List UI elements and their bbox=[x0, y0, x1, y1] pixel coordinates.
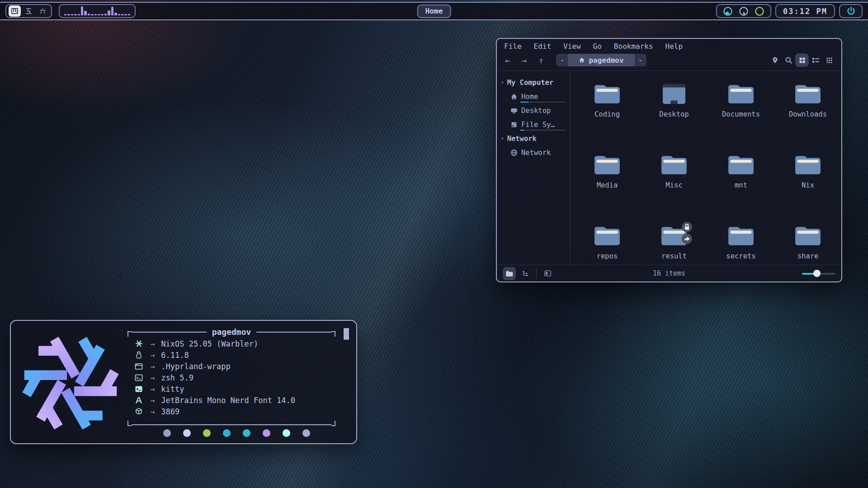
workspace-五[interactable] bbox=[23, 5, 35, 17]
visualizer-bar bbox=[67, 14, 70, 15]
file-item-media[interactable]: Media bbox=[574, 147, 641, 218]
window-icon bbox=[134, 362, 144, 371]
sidebar-item-label: Desktop bbox=[521, 107, 551, 115]
menu-edit[interactable]: Edit bbox=[534, 42, 552, 51]
visualizer-bar bbox=[74, 14, 76, 15]
drive-icon bbox=[510, 121, 518, 128]
terminal-color-dots bbox=[127, 429, 345, 437]
workspace-四-active[interactable] bbox=[9, 5, 21, 17]
fetch-row: →3869 bbox=[134, 406, 345, 417]
power-button[interactable] bbox=[839, 4, 863, 18]
top-bar: Home 03:12 PM bbox=[0, 2, 868, 20]
visualizer-bar bbox=[94, 14, 97, 15]
shell-icon bbox=[134, 374, 144, 382]
package-icon bbox=[134, 408, 144, 416]
folder-icon bbox=[660, 154, 688, 176]
workspace-六[interactable] bbox=[37, 5, 49, 17]
terminal-icon bbox=[134, 385, 144, 393]
folder-icon bbox=[727, 225, 755, 247]
visualizer-bar bbox=[118, 14, 120, 15]
folder-icon bbox=[727, 154, 755, 176]
file-item-label: mnt bbox=[735, 181, 747, 189]
file-item-downloads[interactable]: Downloads bbox=[774, 76, 841, 147]
path-scroll-right-icon[interactable]: ▸ bbox=[635, 57, 646, 63]
search-button[interactable] bbox=[782, 53, 795, 67]
arrow-icon: → bbox=[150, 407, 155, 416]
visualizer-bar bbox=[124, 14, 127, 15]
file-item-label: Misc bbox=[665, 181, 682, 189]
fetch-row: →.Hyprland-wrapp bbox=[134, 361, 345, 372]
visualizer-bar bbox=[111, 7, 113, 15]
up-button[interactable]: ↑ bbox=[536, 56, 547, 65]
folder-icon bbox=[794, 154, 822, 176]
visualizer-bar bbox=[98, 14, 100, 15]
sidebar-item-network[interactable]: Network bbox=[497, 145, 570, 160]
menu-file[interactable]: File bbox=[504, 42, 522, 51]
menu-view[interactable]: View bbox=[563, 42, 581, 51]
palette-dot bbox=[183, 429, 191, 437]
menu-bar: FileEditViewGoBookmarksHelp bbox=[497, 39, 841, 52]
compact-view-button[interactable] bbox=[822, 53, 836, 67]
visualizer-bar bbox=[114, 13, 117, 15]
file-item-coding[interactable]: Coding bbox=[574, 76, 641, 147]
audio-visualizer bbox=[59, 4, 136, 18]
path-segment-home[interactable]: pagedmov bbox=[568, 54, 635, 66]
zoom-slider[interactable] bbox=[802, 270, 835, 277]
sidebar-item-label: Network bbox=[521, 149, 551, 157]
sidebar: ▾My ComputerHomeDesktopFile Sy…▾NetworkN… bbox=[497, 71, 570, 265]
back-button[interactable]: ← bbox=[502, 56, 513, 65]
sidebar-item-desktop[interactable]: Desktop bbox=[497, 103, 570, 117]
palette-dot bbox=[263, 429, 270, 437]
sidebar-item-filesy[interactable]: File Sy… bbox=[497, 117, 570, 131]
file-item-label: Documents bbox=[722, 110, 760, 118]
terminal-cursor bbox=[344, 328, 349, 340]
active-window-title: Home bbox=[417, 5, 451, 18]
visualizer-bar bbox=[101, 14, 103, 15]
file-item-label: repos bbox=[597, 252, 618, 260]
sidebar-section-my-computer[interactable]: ▾My Computer bbox=[497, 75, 570, 89]
item-count-label: 16 items bbox=[497, 269, 841, 277]
fetch-value: .Hyprland-wrapp bbox=[161, 362, 231, 371]
menu-bookmarks[interactable]: Bookmarks bbox=[614, 42, 653, 51]
fetch-frame-top: pagedmov bbox=[127, 329, 335, 335]
folder-icon bbox=[794, 83, 822, 105]
selection-underline bbox=[520, 130, 565, 131]
file-item-documents[interactable]: Documents bbox=[708, 76, 774, 147]
home-icon bbox=[579, 57, 585, 63]
file-item-misc[interactable]: Misc bbox=[641, 147, 708, 218]
gauge-3-icon bbox=[755, 6, 764, 16]
sidebar-section-network[interactable]: ▾Network bbox=[497, 131, 570, 145]
arrow-icon: → bbox=[150, 339, 155, 348]
arrow-icon: → bbox=[150, 396, 155, 405]
file-item-label: Media bbox=[597, 181, 618, 189]
sidebar-item-label: Home bbox=[521, 93, 538, 101]
file-item-label: Desktop bbox=[659, 110, 689, 118]
icon-view-button[interactable] bbox=[795, 53, 809, 67]
fetch-row: →JetBrains Mono Nerd Font 14.0 bbox=[134, 394, 345, 406]
fetch-row: →6.11.8 bbox=[134, 349, 345, 361]
status-bar: 16 items bbox=[497, 265, 841, 282]
palette-dot bbox=[203, 429, 211, 437]
folder-icon bbox=[593, 154, 621, 176]
menu-help[interactable]: Help bbox=[665, 42, 683, 51]
folder-icon bbox=[660, 225, 688, 247]
menu-go[interactable]: Go bbox=[593, 42, 602, 51]
file-manager-window: FileEditViewGoBookmarksHelp ← → ↑ ◂ page… bbox=[496, 38, 842, 282]
sidebar-item-home[interactable]: Home bbox=[497, 89, 570, 103]
palette-dot bbox=[302, 429, 310, 437]
zoom-slider-knob[interactable] bbox=[813, 270, 821, 277]
collapse-caret-icon: ▾ bbox=[501, 80, 504, 85]
palette-dot bbox=[283, 429, 290, 437]
file-item-mnt[interactable]: mnt bbox=[708, 147, 774, 218]
list-view-button[interactable] bbox=[809, 53, 822, 67]
collapse-caret-icon: ▾ bbox=[501, 136, 504, 141]
path-scroll-left-icon[interactable]: ◂ bbox=[556, 57, 568, 63]
clock: 03:12 PM bbox=[775, 4, 835, 18]
palette-dot bbox=[163, 429, 171, 437]
forward-button[interactable]: → bbox=[519, 56, 530, 65]
tux-icon bbox=[134, 351, 144, 359]
file-item-desktop[interactable]: Desktop bbox=[641, 76, 708, 147]
location-pin-button[interactable] bbox=[768, 53, 782, 67]
arrow-icon: → bbox=[150, 385, 155, 394]
file-item-nix[interactable]: Nix bbox=[774, 147, 841, 218]
